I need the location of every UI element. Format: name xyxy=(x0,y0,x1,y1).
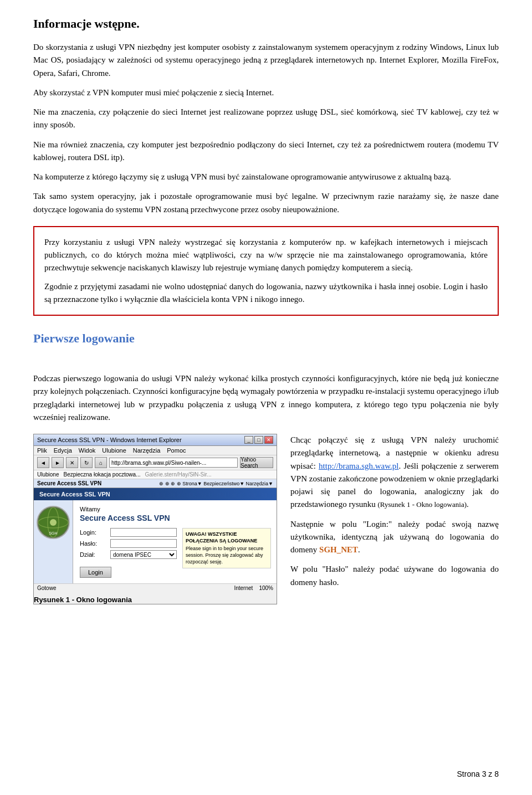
browser-favorites-bar: Ulubione Bezpieczna łokacja pocztowa... … xyxy=(34,470,277,479)
vpn-bar-label: Secure Access SSL VPN xyxy=(37,480,101,486)
vpn-left-panel: SGH xyxy=(34,500,73,583)
password-input[interactable] xyxy=(110,539,177,548)
section2-title: Pierwsze logowanie xyxy=(33,331,499,346)
close-btn[interactable]: ✕ xyxy=(264,436,273,444)
notice-title: UWAGA! WSZYSTKIE POŁĄCZENIA SĄ LOGOWANE xyxy=(186,531,268,544)
vpn-link[interactable]: http://brama.sgh.waw.pl xyxy=(319,461,398,470)
intro-para6: Tak samo system operacyjny, jak i pozost… xyxy=(33,190,499,216)
status-left: Gotowe xyxy=(37,585,56,591)
password-label: Hasło: xyxy=(80,540,110,547)
vpn-logo: SGH xyxy=(37,506,70,539)
vpn-header-text: Secure Access SSL VPN xyxy=(39,491,110,497)
refresh-button[interactable]: ↻ xyxy=(80,457,93,468)
back-button[interactable]: ◄ xyxy=(37,457,49,468)
home-button[interactable]: ⌂ xyxy=(95,457,107,468)
favorites-link2[interactable]: Galerie.stern/Hay/SłN-Sir... xyxy=(145,471,211,478)
forward-button[interactable]: ► xyxy=(52,457,64,468)
menu-edycja[interactable]: Edycja xyxy=(54,447,72,454)
browser-toolbar: ◄ ► ✕ ↻ ⌂ Yahoo Search xyxy=(34,455,277,470)
search-button[interactable]: Yahoo Search xyxy=(240,457,273,468)
domain-select[interactable]: domena IPSEC xyxy=(110,550,177,559)
svg-point-3 xyxy=(50,519,57,526)
intro-para1: Do skorzystania z usługi VPN niezbędny j… xyxy=(33,41,499,80)
intro-para2: Aby skorzystać z VPN komputer musi mieć … xyxy=(33,86,499,99)
menu-widok[interactable]: Widok xyxy=(79,447,96,454)
vpn-welcome: Witamy xyxy=(80,506,271,512)
two-column-layout: Secure Access SSL VPN - Windows Internet… xyxy=(33,434,499,604)
login-row: Login: xyxy=(80,528,177,537)
highlight-para1: Przy korzystaniu z usługi VPN należy wys… xyxy=(44,236,488,275)
page-title: Informacje wstępne. xyxy=(33,17,499,31)
stop-button[interactable]: ✕ xyxy=(66,457,78,468)
intro-para3: Nie ma znaczenia, czy połączenie do siec… xyxy=(33,106,499,132)
intro-para4: Nie ma również znaczenia, czy komputer j… xyxy=(33,139,499,165)
browser-screenshot: Secure Access SSL VPN - Windows Internet… xyxy=(33,434,277,604)
notice-text: Please sign in to begin your secure sess… xyxy=(186,546,268,565)
zoom-level: 100% xyxy=(259,585,273,591)
browser-secondary-bar: Secure Access SSL VPN ⊕ ⊕ ⊕ ⊕ Strona▼ Be… xyxy=(34,479,277,488)
figure-caption: Rysunek 1 - Okno logowania xyxy=(34,596,277,604)
right-para2: Następnie w polu "Login:" należy podać s… xyxy=(290,518,499,557)
domain-name: SGH_NET xyxy=(319,545,358,554)
highlight-para2: Zgodnie z przyjętymi zasadami nie wolno … xyxy=(44,280,488,306)
vpn-header-bar: Secure Access SSL VPN xyxy=(34,488,277,500)
menu-ulubione[interactable]: Ulubione xyxy=(102,447,126,454)
favorites-label[interactable]: Ulubione xyxy=(37,471,59,478)
vpn-main-panel: Witamy Secure Access SSL VPN Login: Hasł… xyxy=(73,500,278,583)
section2-para1: Podczas pierwszego logowania do usługi V… xyxy=(33,372,499,424)
browser-content: Secure Access SSL VPN SGH xyxy=(34,488,277,583)
browser-title: Secure Access SSL VPN - Windows Internet… xyxy=(37,437,182,443)
vpn-title: Secure Access SSL VPN xyxy=(80,514,271,522)
svg-text:SGH: SGH xyxy=(49,531,57,535)
highlight-box: Przy korzystaniu z usługi VPN należy wys… xyxy=(33,226,499,316)
favorites-link1[interactable]: Bezpieczna łokacja pocztowa... xyxy=(63,471,140,478)
domain-row: Dział: domena IPSEC xyxy=(80,550,177,559)
menu-narzedzia[interactable]: Narzędzia xyxy=(133,447,161,454)
right-para3: W polu "Hasło" należy podać używane do l… xyxy=(290,563,499,589)
minimize-btn[interactable]: _ xyxy=(244,436,253,444)
vpn-notice-box: UWAGA! WSZYSTKIE POŁĄCZENIA SĄ LOGOWANE … xyxy=(182,528,271,568)
vpn-body: SGH Witamy Secure Access SSL VPN Login: xyxy=(34,500,277,583)
page-footer: Strona 3 z 8 xyxy=(457,770,499,778)
address-bar[interactable] xyxy=(109,458,238,468)
browser-statusbar: Gotowe Internet 100% xyxy=(34,583,277,592)
menu-pomoc[interactable]: Pomoc xyxy=(167,447,186,454)
login-label: Login: xyxy=(80,529,110,536)
vpn-login-button[interactable]: Login xyxy=(80,567,111,578)
vpn-bar-icons: ⊕ ⊕ ⊕ ⊕ Strona▼ Bezpieczeństwo▼ Narzędzi… xyxy=(159,481,273,486)
right-para1: Chcąc połączyć się z usługą VPN należy u… xyxy=(290,434,499,511)
maximize-btn[interactable]: □ xyxy=(254,436,263,444)
domain-label: Dział: xyxy=(80,551,110,558)
login-input[interactable] xyxy=(110,528,177,537)
right-text-column: Chcąc połączyć się z usługą VPN należy u… xyxy=(290,434,499,596)
browser-titlebar: Secure Access SSL VPN - Windows Internet… xyxy=(34,434,277,446)
browser-titlebar-buttons: _ □ ✕ xyxy=(244,436,273,444)
vpn-form: Login: Hasło: Dział: domena IPSEC xyxy=(80,528,177,578)
menu-plik[interactable]: Plik xyxy=(37,447,47,454)
status-right: Internet 100% xyxy=(234,585,273,591)
browser-menubar: Plik Edycja Widok Ulubione Narzędzia Pom… xyxy=(34,446,277,455)
password-row: Hasło: xyxy=(80,539,177,548)
intro-para5: Na komputerze z którego łączymy się z us… xyxy=(33,171,499,183)
internet-zone: Internet xyxy=(234,585,253,591)
